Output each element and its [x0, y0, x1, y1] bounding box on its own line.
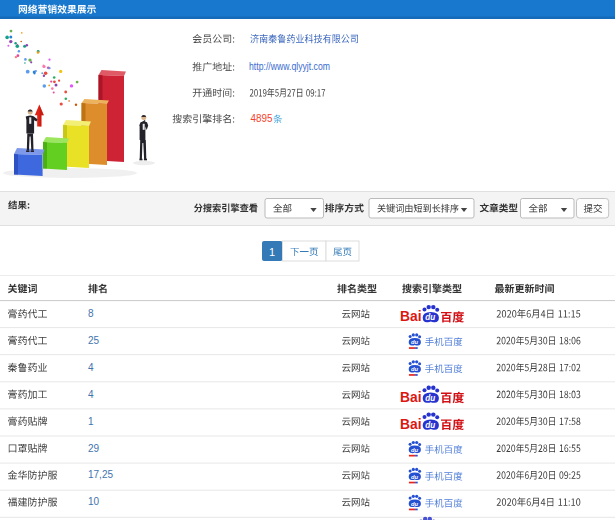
- svg-text:1: 1: [269, 246, 275, 258]
- svg-text:10: 10: [88, 496, 100, 507]
- svg-text:4895: 4895: [251, 113, 273, 124]
- svg-text:25: 25: [88, 335, 100, 346]
- svg-text:29: 29: [88, 443, 100, 454]
- svg-text:http://www.qlyyjt.com: http://www.qlyyjt.com: [249, 61, 330, 72]
- svg-text:1: 1: [88, 416, 94, 427]
- svg-text:17,25: 17,25: [88, 469, 113, 480]
- svg-text:4: 4: [88, 389, 94, 400]
- svg-text:4: 4: [88, 362, 94, 373]
- svg-text:8: 8: [88, 308, 94, 319]
